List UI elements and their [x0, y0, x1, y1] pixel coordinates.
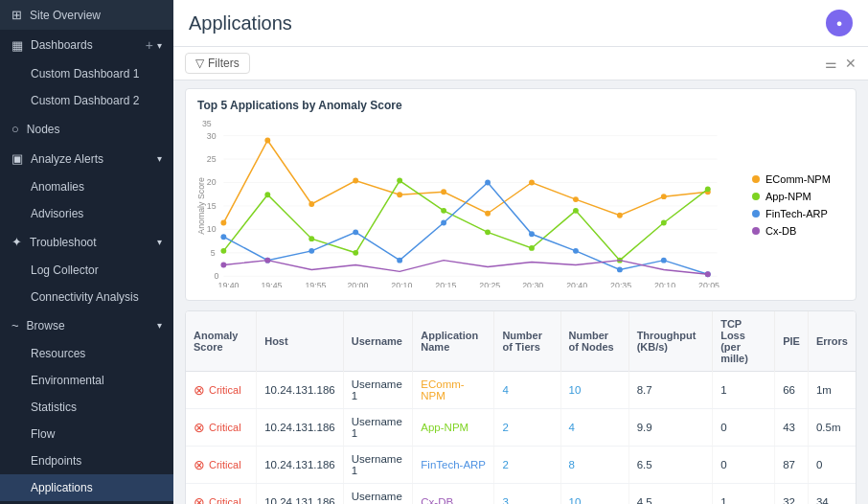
troubleshoot-icon: ✦ — [11, 235, 22, 249]
chevron-down-icon: ▾ — [157, 237, 162, 247]
svg-point-19 — [353, 178, 358, 184]
sidebar: ⊞ Site Overview ▦ Dashboards + ▾ Custom … — [0, 0, 173, 504]
svg-point-30 — [308, 236, 314, 241]
sidebar-item-custom-dashboard-1[interactable]: Custom Dashboard 1 — [0, 60, 173, 87]
table-row: ⊗ Critical 10.24.131.186 Username 1 Cx-D… — [186, 484, 856, 505]
dashboards-icon: ▦ — [11, 38, 23, 53]
col-app-name: Application Name — [413, 311, 494, 372]
svg-point-33 — [441, 208, 446, 214]
cell-anomaly-score: ⊗ Critical — [186, 372, 257, 409]
sidebar-item-environmental[interactable]: Environmental — [0, 367, 173, 394]
sidebar-item-log-collector[interactable]: Log Collector — [0, 257, 173, 284]
filters-button[interactable]: ▽ Filters — [185, 53, 250, 74]
svg-text:20:00: 20:00 — [347, 281, 368, 287]
col-host: Host — [257, 311, 344, 372]
svg-text:20:40: 20:40 — [566, 281, 587, 287]
svg-text:5: 5 — [211, 248, 216, 258]
sidebar-item-analyze-alerts[interactable]: ▣ Analyze Alerts ▾ — [0, 144, 173, 173]
cell-username: Username 1 — [343, 484, 413, 505]
svg-point-26 — [661, 194, 667, 199]
svg-text:20: 20 — [207, 177, 217, 187]
sidebar-item-flow[interactable]: Flow — [0, 421, 173, 447]
svg-point-48 — [573, 248, 579, 254]
svg-text:20:25: 20:25 — [479, 281, 500, 287]
sidebar-item-browse[interactable]: ~ Browse ▾ — [0, 310, 173, 340]
filter-close-icon[interactable]: ✕ — [845, 56, 857, 71]
svg-text:20:10: 20:10 — [654, 281, 675, 287]
svg-text:Anomaly Score: Anomaly Score — [197, 177, 206, 235]
svg-text:20:15: 20:15 — [435, 281, 456, 287]
browse-icon: ~ — [11, 318, 19, 332]
chevron-down-icon: ▾ — [157, 153, 162, 164]
svg-point-16 — [220, 220, 226, 226]
sidebar-item-troubleshoot[interactable]: ✦ Troubleshoot ▾ — [0, 227, 173, 257]
cell-num-nodes: 10 — [560, 372, 628, 409]
cell-anomaly-score: ⊗ Critical — [186, 447, 257, 484]
filter-columns-icon[interactable]: ⚌ — [825, 56, 837, 71]
col-throughput: Throughput (KB/s) — [628, 311, 713, 372]
svg-point-40 — [220, 234, 226, 240]
col-tcp-loss: TCP Loss (per mille) — [713, 311, 775, 372]
cell-errors: 34 — [808, 484, 856, 505]
svg-point-29 — [264, 192, 270, 197]
sidebar-item-custom-dashboard-2[interactable]: Custom Dashboard 2 — [0, 87, 173, 114]
cell-num-tiers: 4 — [494, 372, 560, 409]
sidebar-item-anomalies[interactable]: Anomalies — [0, 173, 173, 200]
applications-table: Anomaly Score Host Username Application … — [185, 310, 857, 504]
sidebar-item-dashboards[interactable]: ▦ Dashboards + ▾ — [0, 30, 173, 60]
analyze-alerts-icon: ▣ — [11, 151, 23, 166]
svg-point-54 — [705, 271, 711, 277]
cell-num-tiers: 3 — [494, 484, 560, 505]
sidebar-item-advisories[interactable]: Advisories — [0, 200, 173, 227]
chevron-down-icon: ▾ — [157, 320, 162, 331]
svg-point-25 — [617, 213, 623, 218]
sidebar-item-resources[interactable]: Resources — [0, 340, 173, 367]
svg-text:15: 15 — [207, 201, 217, 211]
chart-card: Top 5 Applications by Anomaly Score 0 5 … — [185, 88, 857, 301]
add-dashboard-icon[interactable]: + — [146, 37, 153, 53]
sidebar-item-label: Nodes — [27, 123, 162, 136]
col-num-tiers: Number of Tiers — [494, 311, 560, 372]
svg-point-18 — [308, 201, 314, 207]
col-username: Username — [343, 311, 413, 372]
table-row: ⊗ Critical 10.24.131.186 Username 1 FinT… — [186, 447, 856, 484]
sidebar-item-label: Site Overview — [30, 9, 162, 22]
svg-text:20:30: 20:30 — [522, 281, 543, 287]
svg-point-43 — [353, 229, 358, 235]
app-link[interactable]: Cx-DB — [421, 496, 453, 504]
app-link[interactable]: App-NPM — [421, 422, 468, 433]
sidebar-item-endpoints[interactable]: Endpoints — [0, 447, 173, 474]
svg-point-32 — [397, 178, 402, 184]
svg-text:19:45: 19:45 — [261, 281, 282, 287]
col-errors: Errors — [808, 311, 856, 372]
svg-point-22 — [485, 211, 491, 217]
data-table: Anomaly Score Host Username Application … — [186, 311, 856, 504]
filters-bar: ▽ Filters ⚌ ✕ — [173, 47, 868, 80]
page-title: Applications — [189, 12, 292, 34]
header-settings-icon[interactable]: ● — [826, 10, 853, 36]
sidebar-item-label: Troubleshoot — [30, 236, 157, 249]
app-link[interactable]: EComm-NPM — [421, 378, 464, 401]
cell-tcp-loss: 1 — [713, 372, 775, 409]
critical-icon: ⊗ — [194, 495, 205, 504]
filters-right: ⚌ ✕ — [825, 56, 857, 71]
svg-point-45 — [441, 220, 446, 226]
app-link[interactable]: FinTech-ARP — [421, 459, 486, 470]
sidebar-item-applications[interactable]: Applications — [0, 474, 173, 501]
critical-icon: ⊗ — [194, 383, 205, 397]
sidebar-item-connectivity-analysis[interactable]: Connectivity Analysis — [0, 284, 173, 310]
chart-legend: EComm-NPM App-NPM FinTech-ARP Cx-DB — [748, 120, 844, 290]
svg-point-50 — [661, 258, 667, 263]
sidebar-item-site-overview[interactable]: ⊞ Site Overview — [0, 0, 173, 30]
cell-num-nodes: 10 — [560, 484, 628, 505]
col-num-nodes: Number of Nodes — [560, 311, 628, 372]
legend-dot-appnpm — [752, 193, 760, 200]
sidebar-item-statistics[interactable]: Statistics — [0, 394, 173, 421]
cell-username: Username 1 — [343, 447, 413, 484]
legend-item-appnpm: App-NPM — [752, 191, 844, 202]
cell-app-name: EComm-NPM — [413, 372, 494, 409]
sidebar-item-nodes[interactable]: ○ Nodes — [0, 114, 173, 144]
status-badge: ⊗ Critical — [194, 458, 248, 471]
svg-text:35: 35 — [202, 120, 212, 128]
cell-host: 10.24.131.186 — [257, 484, 344, 505]
